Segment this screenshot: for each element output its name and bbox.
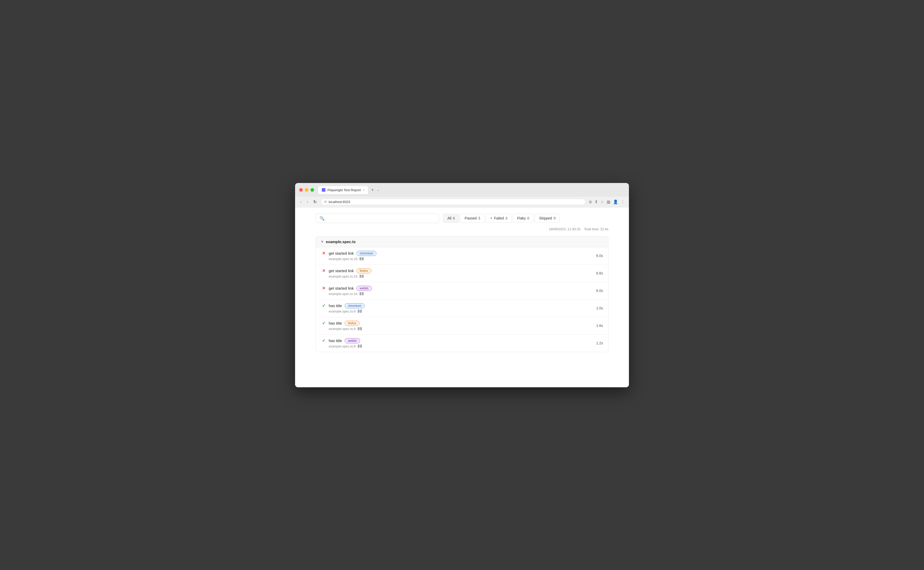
table-row[interactable]: ✓ has title firefox example.spec.ts:9 1.…	[316, 317, 608, 335]
suite-header[interactable]: ∨ example.spec.ts	[316, 236, 608, 247]
page-content: 🔍 All 6 Passed 3 ✕ Failed 3 Flaky	[295, 207, 629, 387]
forward-button[interactable]: ›	[305, 199, 309, 205]
suite-file-name: example.spec.ts	[326, 239, 356, 244]
search-box[interactable]: 🔍	[316, 213, 439, 223]
filter-skipped-label: Skipped	[539, 216, 552, 220]
browser-badge: chromium	[345, 303, 365, 308]
test-file: example.spec.ts:9	[329, 310, 356, 313]
test-main: ✓ has title firefox example.spec.ts:9	[321, 321, 596, 331]
filter-skipped-count: 0	[554, 216, 556, 220]
filter-failed-label: Failed	[494, 216, 504, 220]
failed-x-icon: ✕	[490, 216, 493, 220]
search-icon: 🔍	[319, 216, 325, 221]
test-main: ✓ has title chromium example.spec.ts:9	[321, 303, 596, 313]
suite-chevron-icon: ∨	[321, 240, 323, 244]
total-time-value: 22.4s	[600, 227, 608, 231]
window-controls	[299, 188, 314, 192]
search-input[interactable]	[327, 216, 435, 220]
filter-failed-count: 3	[506, 216, 507, 220]
address-actions: ⊕ ⬆ ☆ ▦ 👤 ⋮	[589, 199, 625, 204]
zoom-icon[interactable]: ⊕	[589, 199, 592, 204]
bookmark-icon[interactable]: ☆	[600, 199, 604, 204]
test-name: get started link	[329, 251, 354, 256]
filter-all-button[interactable]: All 6	[443, 214, 459, 222]
test-main: ✕ get started link chromium example.spec…	[321, 251, 596, 261]
test-main: ✓ has title webkit example.spec.ts:9	[321, 338, 596, 348]
total-time-label: Total time:	[584, 227, 599, 231]
test-duration: 1.0s	[596, 306, 603, 310]
filter-skipped-button[interactable]: Skipped 0	[535, 214, 560, 222]
test-title-row: ✓ has title firefox	[321, 321, 596, 326]
test-file: example.spec.ts:16	[329, 257, 357, 261]
browser-badge: firefox	[345, 321, 360, 326]
table-row[interactable]: ✕ get started link firefox example.spec.…	[316, 265, 608, 282]
reload-button[interactable]: ↻	[312, 199, 318, 205]
columns-icon	[358, 327, 362, 330]
filter-bar: 🔍 All 6 Passed 3 ✕ Failed 3 Flaky	[316, 213, 608, 223]
test-duration: 1.2s	[596, 341, 603, 345]
test-duration: 6.0s	[596, 289, 603, 293]
filter-passed-count: 3	[478, 216, 480, 220]
new-tab-button[interactable]: +	[369, 186, 376, 194]
test-name: has title	[329, 303, 342, 308]
status-icon: ✓	[321, 321, 326, 326]
tab-close-button[interactable]: ×	[363, 188, 364, 192]
browser-badge: firefox	[356, 268, 372, 273]
filter-all-count: 6	[453, 216, 455, 220]
sidebar-icon[interactable]: ▦	[606, 199, 611, 204]
tab-favicon	[322, 188, 325, 192]
test-name: has title	[329, 339, 342, 343]
maximize-button[interactable]	[310, 188, 314, 192]
profile-icon[interactable]: 👤	[613, 199, 618, 204]
test-name: has title	[329, 321, 342, 325]
test-main: ✕ get started link webkit example.spec.t…	[321, 286, 596, 296]
table-row[interactable]: ✕ get started link chromium example.spec…	[316, 247, 608, 265]
table-row[interactable]: ✕ get started link webkit example.spec.t…	[316, 282, 608, 300]
table-row[interactable]: ✓ has title webkit example.spec.ts:9 1.2…	[316, 335, 608, 352]
browser-badge: webkit	[345, 338, 360, 343]
test-meta: example.spec.ts:9	[321, 327, 596, 331]
lock-icon: ⊙	[324, 200, 327, 204]
columns-icon	[359, 292, 363, 295]
address-bar: ‹ › ↻ ⊙ localhost:9323 ⊕ ⬆ ☆ ▦ 👤 ⋮	[295, 196, 629, 207]
test-title-row: ✓ has title chromium	[321, 303, 596, 308]
active-tab[interactable]: Playwright Test Report ×	[318, 186, 368, 194]
tab-bar: Playwright Test Report × + ⌄	[318, 186, 380, 194]
filter-flaky-button[interactable]: Flaky 0	[513, 214, 534, 222]
columns-icon	[359, 257, 363, 260]
test-main: ✕ get started link firefox example.spec.…	[321, 268, 596, 278]
filter-all-label: All	[447, 216, 452, 220]
columns-icon	[358, 345, 362, 348]
filter-buttons: All 6 Passed 3 ✕ Failed 3 Flaky 0 Skip	[443, 214, 560, 222]
url-bar[interactable]: ⊙ localhost:9323	[321, 199, 585, 205]
title-bar: Playwright Test Report × + ⌄	[295, 183, 629, 196]
filter-passed-button[interactable]: Passed 3	[460, 214, 484, 222]
columns-icon	[358, 310, 362, 313]
test-meta: example.spec.ts:16	[321, 274, 596, 278]
test-name: get started link	[329, 268, 354, 273]
minimize-button[interactable]	[305, 188, 309, 192]
test-rows-container: ✕ get started link chromium example.spec…	[316, 247, 608, 352]
test-duration: 6.0s	[596, 254, 603, 258]
table-row[interactable]: ✓ has title chromium example.spec.ts:9 1…	[316, 300, 608, 317]
columns-icon	[359, 275, 363, 278]
share-icon[interactable]: ⬆	[594, 199, 598, 204]
test-title-row: ✕ get started link webkit	[321, 286, 596, 291]
test-duration: 6.6s	[596, 271, 603, 275]
test-title-row: ✕ get started link firefox	[321, 268, 596, 273]
close-button[interactable]	[299, 188, 303, 192]
status-icon: ✕	[321, 268, 326, 273]
test-meta: example.spec.ts:9	[321, 310, 596, 313]
menu-icon[interactable]: ⋮	[621, 199, 625, 204]
status-icon: ✓	[321, 303, 326, 308]
back-button[interactable]: ‹	[299, 199, 302, 205]
test-meta: example.spec.ts:16	[321, 292, 596, 296]
test-file: example.spec.ts:9	[329, 344, 356, 348]
filter-failed-button[interactable]: ✕ Failed 3	[486, 214, 512, 222]
test-meta: example.spec.ts:9	[321, 344, 596, 348]
filter-passed-label: Passed	[464, 216, 477, 220]
tab-chevron-icon: ⌄	[377, 188, 380, 192]
filter-flaky-count: 0	[527, 216, 529, 220]
status-icon: ✕	[321, 286, 326, 291]
test-meta: example.spec.ts:16	[321, 257, 596, 261]
